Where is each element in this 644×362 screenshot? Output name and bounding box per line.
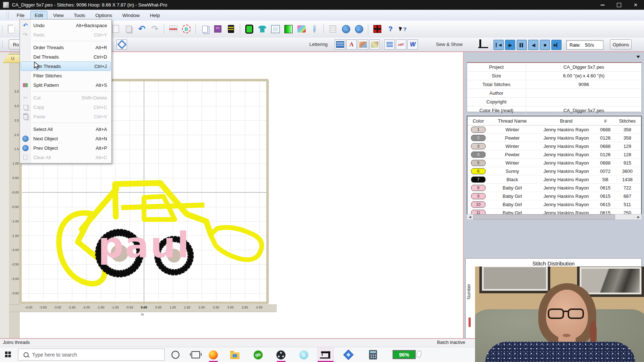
menu-item-undo[interactable]: UndoAlt+Backspace [20, 21, 111, 30]
skip-end-icon[interactable] [551, 40, 562, 50]
play-icon[interactable] [505, 40, 515, 50]
color-swatch[interactable]: 6 [471, 168, 486, 174]
thread-row[interactable]: 3WinterJenny Haskins Rayon0688129 [467, 142, 641, 150]
firefox-button[interactable] [208, 350, 218, 359]
align-lines-icon[interactable] [384, 39, 395, 50]
skip-start-icon[interactable] [493, 40, 504, 50]
document-icon[interactable] [110, 23, 121, 35]
menu-item-filter-stitches[interactable]: Filter Stitches [20, 71, 111, 80]
scrollbar-thumb[interactable] [473, 214, 615, 220]
diamond-app-button[interactable] [344, 350, 353, 359]
stop-icon[interactable] [540, 40, 550, 50]
step-back-icon[interactable] [528, 40, 538, 50]
start-button[interactable] [5, 352, 11, 358]
menu-item-cut[interactable]: CutShift+Delete [20, 93, 111, 102]
thread-row[interactable]: 10Baby GirlJenny Haskins Rayon0615511 [467, 200, 641, 209]
minimize-button[interactable] [594, 0, 611, 10]
thread-row[interactable]: 2PewterJenny Haskins Rayon0126358 [467, 134, 641, 142]
thread-row[interactable]: 6SunnyJenny Haskins Rayon00723600 [467, 167, 641, 175]
redo-icon[interactable] [149, 23, 160, 35]
s-app-button[interactable]: S [299, 350, 308, 359]
menu-help[interactable]: Help [145, 11, 164, 20]
needle-icon[interactable] [309, 23, 320, 35]
calculator-button[interactable] [368, 350, 378, 359]
gradient-icon[interactable] [283, 23, 294, 35]
wordart-icon[interactable] [407, 39, 418, 50]
menu-item-split-pattern[interactable]: Split PatternAlt+S [20, 80, 111, 90]
color-swatch[interactable]: 5 [471, 160, 486, 166]
basting-icon[interactable] [181, 23, 192, 35]
hoop-icon[interactable] [244, 23, 255, 35]
search-input[interactable]: Type here to search [18, 349, 165, 361]
thread-row[interactable]: 1WinterJenny Haskins Rayon0688358 [467, 125, 641, 134]
color-swatch[interactable]: 8 [471, 185, 486, 191]
new-document-icon[interactable] [6, 23, 17, 35]
color-grid-icon[interactable] [372, 23, 383, 35]
next-object-icon[interactable] [340, 23, 351, 35]
scroll-right-icon[interactable]: ▶ [636, 214, 641, 220]
frame-icon[interactable] [270, 23, 281, 35]
obs-button[interactable] [276, 350, 285, 359]
menu-window[interactable]: Window [118, 11, 144, 20]
sewing-machine-icon[interactable] [479, 41, 481, 48]
thread-row[interactable]: 4PewterJenny Haskins Rayon0126128 [467, 150, 641, 159]
menu-item-next-object[interactable]: Next ObjectAlt+N [20, 134, 111, 143]
thread-row[interactable]: 8Baby GirlJenny Haskins Rayon0615722 [467, 184, 641, 192]
color-swatch[interactable]: 9 [471, 193, 486, 199]
scroll-left-icon[interactable]: ◀ [467, 214, 473, 220]
menu-item-order-threads[interactable]: Order ThreadsAlt+R [20, 43, 111, 52]
memory-card-icon[interactable] [225, 23, 236, 35]
select-tool-icon[interactable] [116, 39, 127, 50]
copies-icon[interactable] [199, 23, 210, 35]
task-view-button[interactable] [191, 350, 200, 359]
menu-item-del-threads[interactable]: Del ThreadsCtrl+D [20, 52, 111, 61]
color-swatch[interactable]: 2 [471, 135, 486, 141]
applique-icon[interactable] [358, 39, 368, 50]
help-icon[interactable] [385, 23, 396, 35]
sewwhat-pro-button[interactable] [317, 347, 334, 362]
prev-object-icon[interactable] [353, 23, 364, 35]
panel-dropdown-icon[interactable] [635, 54, 642, 60]
color-swatch[interactable]: 1 [471, 127, 486, 133]
color-swatch[interactable]: 3 [471, 143, 486, 149]
thread-row[interactable]: 7BlackJenny Haskins RayonSB1438 [467, 175, 641, 184]
close-button[interactable]: × [627, 0, 644, 10]
color-table-scrollbar[interactable]: ◀ ▶ [467, 214, 642, 220]
menu-edit[interactable]: Edit [30, 11, 47, 20]
color-swatch[interactable]: 10 [471, 201, 486, 208]
maximize-button[interactable] [611, 0, 627, 10]
monogram-icon[interactable] [335, 39, 345, 50]
options-button[interactable]: Options [610, 39, 632, 50]
menu-item-prev-object[interactable]: Prev ObjectAlt+P [20, 143, 111, 153]
color-swatch[interactable]: 7 [471, 176, 486, 183]
file-explorer-button[interactable] [230, 350, 240, 359]
palette-icon[interactable] [296, 23, 307, 35]
pause-icon[interactable] [517, 40, 527, 50]
menu-options[interactable]: Options [91, 11, 117, 20]
rate-box[interactable]: Rate: 50/s [566, 40, 603, 50]
abc-arch-icon[interactable] [396, 39, 406, 50]
menu-file[interactable]: File [12, 11, 29, 20]
menu-view[interactable]: View [49, 11, 68, 20]
notes-icon[interactable] [327, 23, 338, 35]
paste-icon[interactable] [123, 23, 134, 35]
design-art-icon[interactable] [369, 39, 380, 50]
menu-item-paste[interactable]: PasteCtrl+V [20, 112, 111, 121]
thread-row[interactable]: 5WinterJenny Haskins Rayon0688915 [467, 159, 641, 167]
font-a-icon[interactable] [346, 39, 357, 50]
quickbooks-button[interactable]: qb [253, 350, 263, 359]
menu-tools[interactable]: Tools [69, 11, 90, 20]
floppy-d1-icon[interactable] [212, 23, 223, 35]
undo-icon[interactable] [136, 23, 147, 35]
menu-item-clear-all[interactable]: Clear AllAlt+C [20, 153, 111, 162]
tshirt-icon[interactable] [257, 23, 268, 35]
color-swatch[interactable]: 4 [471, 152, 486, 158]
menu-item-redo[interactable]: RedoCtrl+Y [20, 30, 111, 39]
context-help-icon[interactable] [398, 23, 409, 35]
thread-row[interactable]: 9Baby GirlJenny Haskins Rayon0615687 [467, 192, 641, 200]
menu-item-copy[interactable]: CopyCtrl+C [20, 102, 111, 112]
thread-color-table[interactable]: ColorThread NameBrand#Stitches1WinterJen… [467, 116, 642, 218]
stitch-grid-icon[interactable] [168, 23, 179, 35]
menu-item-select-all[interactable]: Select AllAlt+A [20, 124, 111, 134]
cortana-button[interactable] [171, 350, 180, 359]
